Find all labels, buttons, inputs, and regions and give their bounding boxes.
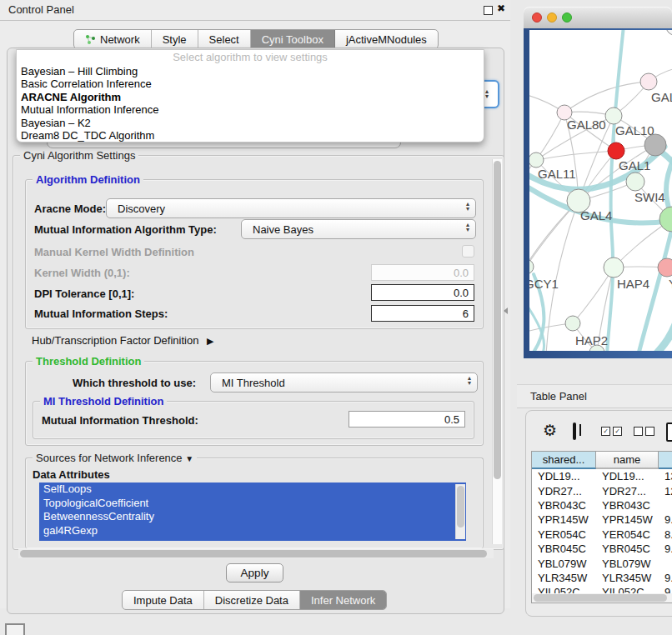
dpi-tolerance-label: DPI Tolerance [0,1]: (34, 288, 134, 300)
zoom-traffic-light[interactable] (562, 12, 572, 22)
tab-style[interactable]: Style (152, 30, 198, 48)
table-cell: YDL19... (532, 470, 596, 482)
table-row[interactable]: YPR145WYPR145W9. (532, 512, 672, 527)
table-row[interactable]: YBL079WYBL079W (532, 556, 672, 570)
cyni-algorithm-settings-group: Cyni Algorithm Settings Algorithm Defini… (13, 155, 504, 550)
network-edge-highlighted[interactable] (654, 320, 672, 351)
attribute-list-item[interactable]: TopologicalCoefficient (39, 497, 466, 511)
algorithm-option[interactable]: Bayesian – K2 (17, 117, 484, 129)
aracne-mode-combo[interactable]: Discovery ▴▾ (106, 198, 476, 218)
network-node-gcy1[interactable] (529, 259, 534, 274)
table-cell: YLR345W (532, 572, 596, 584)
table-row[interactable]: YBR045CYBR045C9. (532, 542, 672, 556)
network-node-gray-node[interactable] (644, 134, 666, 156)
algorithm-option[interactable]: Bayesian – Hill Climbing (17, 65, 484, 78)
tab-infer-network[interactable]: Infer Network (300, 591, 386, 609)
settings-vscrollbar[interactable] (492, 159, 502, 544)
minimize-traffic-light[interactable] (547, 12, 557, 22)
settings-hscrollbar[interactable] (18, 549, 494, 558)
settings-vscrollbar-thumb[interactable] (494, 161, 501, 479)
table-row[interactable]: YER054CYER054C8. (532, 528, 672, 542)
attributes-vscrollbar[interactable] (455, 484, 465, 539)
float-window-icon[interactable] (484, 6, 493, 15)
table-hscrollbar[interactable] (532, 593, 672, 602)
apply-button[interactable]: Apply (226, 563, 283, 582)
mi-threshold-definition-title: MI Threshold Definition (40, 395, 167, 408)
table-cell: YPR145W (532, 513, 596, 526)
network-window-titlebar[interactable] (524, 7, 672, 29)
attribute-list-item[interactable]: BetweennessCentrality (39, 510, 466, 524)
tab-network-label: Network (100, 33, 140, 46)
table-cell: YBR045C (532, 542, 596, 555)
tab-cyni-toolbox[interactable]: Cyni Toolbox (251, 30, 335, 48)
mi-threshold-field[interactable]: 0.5 (349, 411, 465, 428)
network-node-top-partial[interactable] (666, 30, 672, 35)
kernel-width-field[interactable]: 0.0 (371, 264, 474, 281)
which-threshold-label: Which threshold to use: (73, 377, 196, 389)
attribute-list-item[interactable]: gal4RGexp (39, 524, 466, 538)
network-node-big-green[interactable] (659, 207, 672, 232)
gear-icon[interactable]: ⚙ (543, 421, 557, 440)
network-canvas[interactable]: GALGAL80GAL10GAL1GAL11SWI4GAL4GCY1HAP4YH… (529, 30, 672, 351)
column-header-partial[interactable]: A (659, 452, 672, 469)
hub-definition-toggle[interactable]: Hub/Transcription Factor Definition ▶ (32, 334, 213, 347)
network-edge-highlighted[interactable] (607, 30, 624, 351)
network-node-gal10[interactable] (605, 108, 622, 124)
column-header-name[interactable]: name (596, 452, 659, 469)
table-row[interactable]: YDR27...YDR27...12 (532, 483, 672, 498)
network-edge[interactable] (536, 112, 564, 160)
tab-discretize-data[interactable]: Discretize Data (204, 591, 300, 609)
table-row[interactable]: YBR043CYBR043C (532, 498, 672, 512)
table-hscrollbar-thumb[interactable] (534, 594, 667, 602)
function-builder-icon[interactable] (666, 422, 672, 442)
algorithm-dropdown-items: Bayesian – Hill ClimbingBasic Correlatio… (17, 65, 484, 142)
network-edge[interactable] (564, 82, 649, 112)
algorithm-option[interactable]: Basic Correlation Inference (17, 78, 484, 90)
table-row[interactable]: YLR345WYLR345W9. (532, 571, 672, 585)
select-all-checks-icon[interactable]: ✓✓ (601, 427, 622, 436)
attribute-list-item[interactable] (39, 538, 466, 541)
network-node-hap4[interactable] (604, 258, 624, 278)
attributes-vscrollbar-thumb[interactable] (457, 486, 464, 528)
network-node-label: HAP2 (575, 333, 608, 348)
split-collapse-arrow[interactable] (504, 308, 508, 314)
settings-hscrollbar-thumb[interactable] (20, 550, 487, 558)
network-view-window: GALGAL80GAL10GAL1GAL11SWI4GAL4GCY1HAP4YH… (524, 7, 672, 358)
table-cell: YDL19... (596, 470, 659, 482)
algorithm-option[interactable]: Mutual Information Inference (17, 103, 484, 116)
dpi-tolerance-field[interactable]: 0.0 (371, 284, 474, 301)
mi-steps-field[interactable]: 6 (371, 305, 474, 322)
network-node-label: GAL4 (580, 208, 612, 222)
mi-algorithm-type-combo[interactable]: Naive Bayes ▴▾ (241, 219, 476, 239)
table-row[interactable]: YIL052CYIL052C9. (532, 585, 672, 593)
network-node-swi4[interactable] (626, 172, 644, 191)
network-edge-highlighted[interactable] (638, 232, 671, 351)
tab-network[interactable]: Network (74, 30, 152, 48)
columns-icon[interactable] (573, 422, 576, 440)
column-header-shared-name[interactable]: shared... (532, 452, 596, 469)
network-node-gal1[interactable] (608, 142, 624, 159)
sources-title[interactable]: Sources for Network Inference ▼ (33, 452, 197, 464)
tab-impute-data[interactable]: Impute Data (123, 591, 204, 609)
network-edge[interactable] (529, 201, 579, 280)
network-node-gal11[interactable] (529, 152, 544, 168)
close-traffic-light[interactable] (532, 12, 542, 22)
manual-kernel-width-label: Manual Kernel Width Definition (34, 246, 194, 258)
network-node-label: GAL80 (567, 118, 606, 132)
algorithm-option[interactable]: ARACNE Algorithm (17, 91, 484, 103)
close-icon[interactable]: ✖ (497, 2, 505, 14)
minimized-panel-icon[interactable] (5, 623, 25, 635)
network-node-pink-right[interactable] (658, 258, 672, 277)
deselect-all-checks-icon[interactable] (634, 427, 654, 436)
network-node-hap2[interactable] (565, 316, 580, 331)
which-threshold-combo[interactable]: MI Threshold ▴▾ (210, 372, 478, 392)
algorithm-option[interactable]: Dream8 DC_TDC Algorithm (17, 129, 484, 142)
tab-select[interactable]: Select (198, 30, 251, 48)
node-table: shared... name A YDL19...YDL19...13YDR27… (531, 451, 672, 603)
table-rows: YDL19...YDL19...13YDR27...YDR27...12YBR0… (532, 469, 672, 593)
attribute-list-item[interactable]: SelfLoops (39, 482, 466, 497)
network-node-pink-top[interactable] (640, 73, 657, 90)
table-row[interactable]: YDL19...YDL19...13 (532, 469, 672, 483)
tab-jactivemnodules[interactable]: jActiveMNodules (335, 30, 438, 48)
manual-kernel-width-checkbox[interactable] (462, 245, 474, 258)
